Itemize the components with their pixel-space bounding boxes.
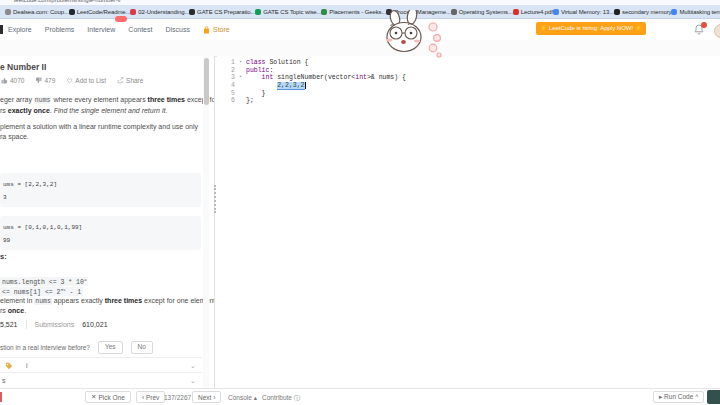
- constraint-2: <= nums[i] <= 231 - 1: [0, 287, 83, 296]
- no-button[interactable]: No: [131, 341, 153, 354]
- submissions-label: Submissions: [35, 321, 75, 328]
- chevron-down-icon: ⌄: [190, 377, 196, 385]
- code-line[interactable]: 1▾class Solution {: [217, 59, 406, 67]
- code-line[interactable]: 5 }: [217, 90, 406, 98]
- line-number: 3: [217, 74, 235, 82]
- example-2-block: ums = [0,1,0,1,0,1,99] 99: [0, 216, 201, 250]
- console-label: Console: [228, 394, 252, 401]
- nav-item-problems[interactable]: Problems: [45, 19, 75, 40]
- dislike-button[interactable]: 479: [35, 77, 55, 84]
- bookmark-item[interactable]: LeetCode/Readme...: [69, 9, 131, 15]
- bookmark-item[interactable]: secondary memory: [614, 9, 671, 15]
- bottom-action-bar: ✕ Pick One ‹ Prev 137/2267 Next › Consol…: [0, 388, 720, 405]
- fold-spacer: [235, 97, 246, 105]
- prev-button[interactable]: ‹ Prev: [136, 391, 165, 403]
- code-line[interactable]: 6};: [217, 97, 406, 105]
- submit-button[interactable]: [707, 390, 720, 404]
- share-button[interactable]: Share: [117, 77, 143, 84]
- yes-button[interactable]: Yes: [98, 341, 123, 354]
- shuffle-icon: ✕: [91, 393, 96, 401]
- example-1-input: ums = [2,2,3,2]: [3, 178, 201, 191]
- bookmark-favicon: [69, 9, 75, 15]
- thumb-up-icon: [1, 77, 8, 84]
- next-button[interactable]: Next ›: [192, 391, 221, 403]
- example-1-output: 3: [3, 191, 201, 204]
- constraint-3: element in nums appears exactly three ti…: [0, 296, 215, 315]
- constraints-heading: s:: [0, 252, 7, 261]
- code-editor[interactable]: 1▾class Solution {2public:3▾ int singleN…: [217, 56, 720, 388]
- bookmarks-bar: Dealsea.com: Coup...LeetCode/Readme...02…: [0, 5, 720, 19]
- bookmark-favicon: [189, 9, 195, 15]
- accordion-1-label: i: [26, 362, 28, 369]
- notification-badge: [701, 22, 707, 28]
- panel-scrollbar-thumb[interactable]: [204, 58, 209, 105]
- bookmark-label: Multitasking terms...: [679, 9, 720, 15]
- bookmark-label: LeetCode/Readme...: [77, 9, 131, 15]
- related-topics-accordion[interactable]: i ⌄: [0, 357, 202, 373]
- bookmark-item[interactable]: GATE CS Preparatio...: [189, 9, 255, 15]
- bookmark-favicon: [614, 9, 620, 15]
- fold-spacer: [235, 82, 246, 90]
- acceptance-stats: 5,521 Submissions 610,021: [0, 320, 108, 329]
- chevron-down-icon: ⌄: [190, 362, 196, 370]
- bookmark-favicon: [130, 9, 136, 15]
- line-number: 5: [217, 90, 235, 98]
- nav-item-store[interactable]: Store: [203, 19, 230, 40]
- panel-scrollbar-track[interactable]: [203, 56, 209, 388]
- problem-counter: 137/2267: [164, 394, 191, 401]
- code-line[interactable]: 2public:: [217, 67, 406, 75]
- example-2-input: ums = [0,1,0,1,0,1,99]: [3, 221, 201, 234]
- bookmark-label: Lecture4.pdf: [521, 9, 553, 15]
- bookmark-label: secondary memory: [622, 9, 671, 15]
- bookmark-label: 02-Understanding...: [138, 9, 189, 15]
- similar-questions-accordion[interactable]: s ⌄: [0, 372, 202, 388]
- bookmark-item[interactable]: Lecture4.pdf: [513, 9, 553, 15]
- nav-item-explore[interactable]: Explore: [8, 19, 32, 40]
- share-label: Share: [126, 77, 143, 84]
- bookmark-item[interactable]: 02-Understanding...: [130, 9, 189, 15]
- nav-item-discuss[interactable]: Discuss: [165, 19, 190, 40]
- fold-spacer: [235, 90, 246, 98]
- bookmark-item[interactable]: Dealsea.com: Coup...: [5, 9, 69, 15]
- add-to-list-button[interactable]: Add to List: [66, 77, 106, 84]
- description-paragraph-1: eger array nums where every element appe…: [0, 95, 215, 115]
- bookmark-favicon: [553, 9, 559, 15]
- text-cursor: [305, 82, 306, 89]
- pick-one-button[interactable]: ✕ Pick One: [85, 391, 131, 403]
- problem-description-panel: e Number II 4070 479 Add to List Sha: [0, 56, 215, 388]
- nav-item-contest[interactable]: Contest: [128, 19, 152, 40]
- problem-title: e Number II: [0, 62, 46, 72]
- bookmark-item[interactable]: Operating Systems...: [451, 9, 513, 15]
- bookmark-label: GATE CS Preparatio...: [197, 9, 255, 15]
- console-toggle[interactable]: Console ▴: [228, 394, 257, 402]
- store-bag-icon: [203, 26, 210, 34]
- accepted-value: 5,521: [0, 321, 18, 328]
- fold-caret-icon[interactable]: ▾: [235, 74, 246, 82]
- nav-items: Explore Problems Interview Contest Discu…: [8, 19, 230, 40]
- submissions-value: 610,021: [82, 321, 107, 328]
- code-line[interactable]: 4 2,2,3,2: [217, 82, 406, 90]
- example-1-block: ums = [2,2,3,2] 3: [0, 173, 201, 207]
- bookmark-favicon: [671, 9, 677, 15]
- bookmark-favicon: [321, 9, 327, 15]
- fold-caret-icon[interactable]: ▾: [235, 59, 246, 67]
- bookmark-label: Dealsea.com: Coup...: [13, 9, 69, 15]
- tab-toolbar-row: on Solution Discuss (999+) Submissions ‹…: [0, 40, 720, 57]
- code-lines: 1▾class Solution {2public:3▾ int singleN…: [217, 59, 406, 105]
- leetcode-logo[interactable]: [0, 25, 3, 34]
- panel-resize-handle[interactable]: [214, 185, 216, 213]
- accordion-2-label: s: [2, 377, 6, 384]
- nav-item-interview[interactable]: Interview: [87, 19, 115, 40]
- bookmark-label: GATE CS Topic wise...: [263, 9, 321, 15]
- bookmark-item[interactable]: Multitasking terms...: [671, 9, 720, 15]
- line-number: 2: [217, 67, 235, 75]
- run-code-button[interactable]: ▸ Run Code ^: [653, 391, 704, 403]
- caret-up-icon: ▴: [254, 394, 257, 401]
- bookmark-item[interactable]: GATE CS Topic wise...: [255, 9, 321, 15]
- bookmark-item[interactable]: Virtual Memory: 13...: [553, 9, 614, 15]
- screenshot-root: { "colors": { "accent_orange": "#ffa116"…: [0, 0, 720, 405]
- like-button[interactable]: 4070: [1, 77, 24, 84]
- code-line[interactable]: 3▾ int singleNumber(vector<int>& nums) {: [217, 74, 406, 82]
- hiring-banner[interactable]: ⚡ LeetCode is hiring: Apply NOW! ⚡: [536, 22, 646, 35]
- contribute-link[interactable]: Contribute ⓘ: [262, 394, 300, 403]
